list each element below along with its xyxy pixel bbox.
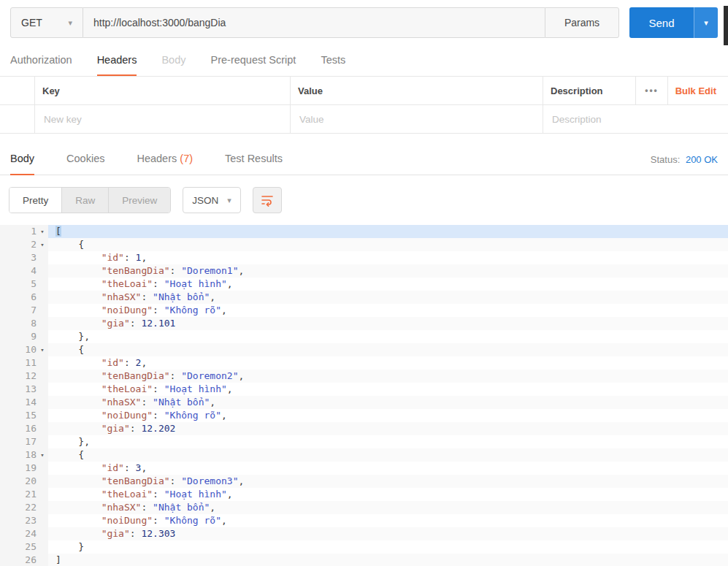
column-header-key: Key [35, 77, 291, 104]
code-line-9[interactable]: }, [48, 330, 728, 343]
code-line-4[interactable]: "tenBangDia": "Doremon1", [48, 264, 728, 278]
method-select[interactable]: GET ▾ [10, 7, 83, 38]
code-line-6[interactable]: "nhaSX": "Nhật bổn", [48, 291, 728, 304]
bulk-edit-link[interactable]: Bulk Edit [668, 77, 728, 104]
code-line-14[interactable]: "nhaSX": "Nhật bổn", [48, 396, 728, 409]
wrap-text-button[interactable] [253, 187, 282, 213]
line-number-4: 4 [0, 264, 48, 278]
code-line-15[interactable]: "noiDung": "Không rõ", [48, 409, 728, 422]
line-number-7: 7 [0, 304, 48, 317]
tab-body[interactable]: Body [161, 54, 185, 76]
code-line-16[interactable]: "gia": 12.202 [48, 422, 728, 435]
line-number-18[interactable]: 18▾ [0, 448, 48, 462]
headers-editor-header-row: Key Value Description ••• Bulk Edit [0, 77, 728, 105]
new-key-input[interactable] [42, 113, 283, 126]
chevron-down-icon: ▾ [68, 18, 72, 28]
tab-response-headers[interactable]: Headers (7) [137, 147, 193, 175]
tab-headers[interactable]: Headers [97, 54, 137, 76]
line-number-1[interactable]: 1▾ [0, 225, 48, 238]
preview-view-button[interactable]: Preview [108, 188, 170, 213]
chevron-down-icon: ▾ [227, 196, 231, 205]
line-number-9: 9 [0, 330, 48, 343]
code-line-19[interactable]: "id": 3, [48, 462, 728, 475]
fold-icon[interactable]: ▾ [37, 448, 48, 462]
column-header-value: Value [291, 77, 543, 104]
line-number-22: 22 [0, 501, 48, 514]
checkbox-column [0, 77, 35, 104]
code-line-3[interactable]: "id": 1, [48, 251, 728, 264]
headers-editor-new-row [0, 105, 728, 134]
code-line-1[interactable]: [ [48, 225, 728, 238]
code-line-11[interactable]: "id": 2, [48, 356, 728, 370]
tab-response-cookies[interactable]: Cookies [66, 147, 104, 175]
new-value-input[interactable] [298, 113, 535, 126]
send-dropdown-button[interactable]: ▾ [694, 7, 718, 38]
line-number-2[interactable]: 2▾ [0, 238, 48, 251]
line-number-15: 15 [0, 409, 48, 422]
tab-authorization[interactable]: Authorization [10, 54, 72, 76]
request-tabs: Authorization Headers Body Pre-request S… [10, 54, 718, 76]
code-line-17[interactable]: }, [48, 435, 728, 448]
line-number-19: 19 [0, 462, 48, 475]
code-line-10[interactable]: { [48, 343, 728, 356]
format-select[interactable]: JSON ▾ [183, 187, 241, 213]
code-line-8[interactable]: "gia": 12.101 [48, 317, 728, 330]
code-line-24[interactable]: "gia": 12.303 [48, 527, 728, 540]
line-number-8: 8 [0, 317, 48, 330]
request-section: GET ▾ Params Send ▾ Authorization Header… [0, 0, 728, 76]
code-line-26[interactable]: ] [48, 554, 728, 566]
more-options-icon[interactable]: ••• [636, 77, 668, 104]
line-number-16: 16 [0, 422, 48, 435]
code-line-25[interactable]: } [48, 540, 728, 554]
code-line-7[interactable]: "noiDung": "Không rõ", [48, 304, 728, 317]
checkbox-column [0, 105, 35, 133]
line-number-17: 17 [0, 435, 48, 448]
code-line-21[interactable]: "theLoai": "Hoạt hình", [48, 488, 728, 501]
line-number-14: 14 [0, 396, 48, 409]
line-number-23: 23 [0, 514, 48, 527]
url-input[interactable] [83, 7, 545, 38]
code-line-5[interactable]: "theLoai": "Hoạt hình", [48, 278, 728, 291]
line-number-3: 3 [0, 251, 48, 264]
code-content: [ { "id": 1, "tenBangDia": "Doremon1", "… [48, 225, 728, 566]
pretty-view-button[interactable]: Pretty [9, 188, 61, 213]
fold-icon[interactable]: ▾ [37, 238, 48, 251]
scrollbar-thumb[interactable] [724, 6, 728, 45]
headers-editor-table: Key Value Description ••• Bulk Edit [0, 76, 728, 134]
raw-view-button[interactable]: Raw [61, 188, 108, 213]
code-line-23[interactable]: "noiDung": "Không rõ", [48, 514, 728, 527]
params-button[interactable]: Params [545, 7, 619, 38]
tab-pre-request-script[interactable]: Pre-request Script [211, 54, 296, 76]
line-number-10[interactable]: 10▾ [0, 343, 48, 356]
response-tabs: Body Cookies Headers (7) Test Results [10, 147, 283, 175]
fold-icon[interactable]: ▾ [37, 225, 48, 238]
format-label: JSON [192, 195, 218, 206]
response-tabs-row: Body Cookies Headers (7) Test Results St… [0, 147, 728, 175]
tab-tests[interactable]: Tests [321, 54, 345, 76]
new-description-input[interactable] [551, 113, 721, 126]
line-number-12: 12 [0, 370, 48, 383]
response-status: Status: 200 OK [651, 154, 718, 175]
code-line-12[interactable]: "tenBangDia": "Doremon2", [48, 370, 728, 383]
code-line-18[interactable]: { [48, 448, 728, 462]
response-toolbar: Pretty Raw Preview JSON ▾ [0, 175, 728, 225]
view-mode-segmented-control: Pretty Raw Preview [9, 187, 171, 213]
status-value: 200 OK [686, 154, 718, 165]
response-headers-label: Headers [137, 153, 177, 164]
send-group: Send ▾ [629, 7, 718, 38]
line-number-5: 5 [0, 278, 48, 291]
code-line-13[interactable]: "theLoai": "Hoạt hình", [48, 383, 728, 396]
tab-response-body[interactable]: Body [10, 147, 34, 175]
line-number-6: 6 [0, 291, 48, 304]
response-body-viewer[interactable]: 1▾2▾345678910▾1112131415161718▾192021222… [0, 225, 728, 566]
code-line-22[interactable]: "nhaSX": "Nhật bổn", [48, 501, 728, 514]
code-line-2[interactable]: { [48, 238, 728, 251]
request-bar: GET ▾ Params Send ▾ [10, 7, 718, 38]
line-number-26: 26 [0, 554, 48, 566]
line-number-20: 20 [0, 475, 48, 488]
tab-test-results[interactable]: Test Results [225, 147, 283, 175]
code-line-20[interactable]: "tenBangDia": "Doremon3", [48, 475, 728, 488]
fold-icon[interactable]: ▾ [37, 343, 48, 356]
send-button[interactable]: Send [629, 7, 694, 38]
line-number-13: 13 [0, 383, 48, 396]
